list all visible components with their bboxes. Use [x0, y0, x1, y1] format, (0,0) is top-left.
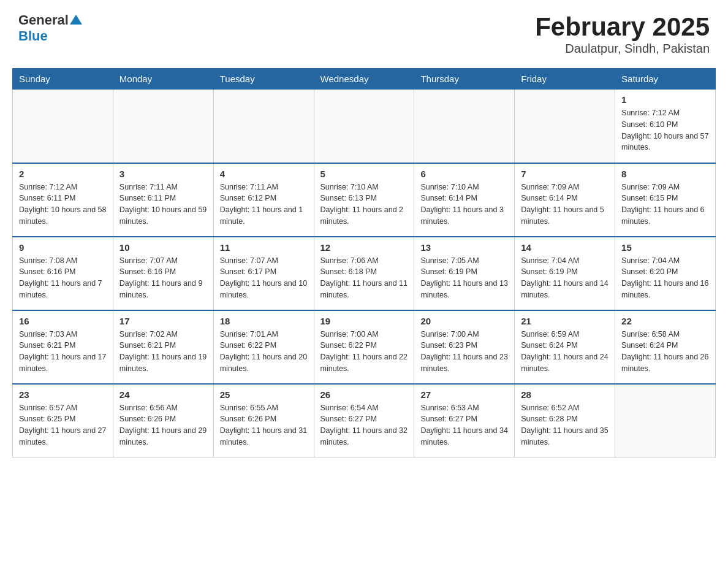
calendar-week-row: 23Sunrise: 6:57 AM Sunset: 6:25 PM Dayli…	[13, 384, 716, 458]
day-number: 5	[320, 169, 408, 179]
calendar-week-row: 9Sunrise: 7:08 AM Sunset: 6:16 PM Daylig…	[13, 237, 716, 310]
table-row: 26Sunrise: 6:54 AM Sunset: 6:27 PM Dayli…	[314, 384, 414, 458]
calendar-week-row: 2Sunrise: 7:12 AM Sunset: 6:11 PM Daylig…	[13, 163, 716, 237]
day-number: 13	[420, 242, 508, 253]
table-row: 13Sunrise: 7:05 AM Sunset: 6:19 PM Dayli…	[414, 237, 515, 310]
table-row	[113, 90, 213, 163]
table-row: 24Sunrise: 6:56 AM Sunset: 6:26 PM Dayli…	[113, 384, 213, 458]
day-info: Sunrise: 7:07 AM Sunset: 6:17 PM Dayligh…	[220, 255, 308, 301]
logo-blue-text: Blue	[18, 28, 48, 44]
day-info: Sunrise: 6:58 AM Sunset: 6:24 PM Dayligh…	[621, 329, 709, 375]
header-friday: Friday	[515, 69, 615, 90]
day-info: Sunrise: 7:00 AM Sunset: 6:23 PM Dayligh…	[420, 329, 508, 375]
day-info: Sunrise: 7:11 AM Sunset: 6:12 PM Dayligh…	[220, 182, 308, 228]
day-number: 19	[320, 316, 408, 326]
day-info: Sunrise: 7:09 AM Sunset: 6:14 PM Dayligh…	[521, 182, 609, 228]
calendar-table: Sunday Monday Tuesday Wednesday Thursday…	[12, 68, 716, 458]
table-row	[515, 90, 615, 163]
day-number: 21	[521, 316, 609, 326]
table-row: 22Sunrise: 6:58 AM Sunset: 6:24 PM Dayli…	[615, 310, 716, 384]
header-thursday: Thursday	[414, 69, 515, 90]
day-info: Sunrise: 6:53 AM Sunset: 6:27 PM Dayligh…	[420, 402, 508, 448]
day-info: Sunrise: 6:56 AM Sunset: 6:26 PM Dayligh…	[119, 402, 207, 448]
day-number: 15	[621, 242, 709, 253]
day-number: 7	[521, 169, 609, 179]
day-info: Sunrise: 7:10 AM Sunset: 6:13 PM Dayligh…	[320, 182, 408, 228]
title-area: February 2025 Daulatpur, Sindh, Pakistan	[535, 12, 710, 56]
day-info: Sunrise: 6:52 AM Sunset: 6:28 PM Dayligh…	[521, 402, 609, 448]
table-row: 14Sunrise: 7:04 AM Sunset: 6:19 PM Dayli…	[515, 237, 615, 310]
day-number: 28	[521, 389, 609, 400]
calendar-subtitle: Daulatpur, Sindh, Pakistan	[535, 42, 710, 56]
table-row: 17Sunrise: 7:02 AM Sunset: 6:21 PM Dayli…	[113, 310, 213, 384]
calendar-header-row: Sunday Monday Tuesday Wednesday Thursday…	[13, 69, 716, 90]
table-row	[414, 90, 515, 163]
day-number: 8	[621, 169, 709, 179]
table-row: 21Sunrise: 6:59 AM Sunset: 6:24 PM Dayli…	[515, 310, 615, 384]
header-sunday: Sunday	[13, 69, 113, 90]
page-header: General Blue February 2025 Daulatpur, Si…	[0, 0, 728, 62]
day-info: Sunrise: 7:03 AM Sunset: 6:21 PM Dayligh…	[19, 329, 107, 375]
day-number: 3	[119, 169, 207, 179]
day-number: 26	[320, 389, 408, 400]
table-row: 25Sunrise: 6:55 AM Sunset: 6:26 PM Dayli…	[213, 384, 314, 458]
table-row: 8Sunrise: 7:09 AM Sunset: 6:15 PM Daylig…	[615, 163, 716, 237]
day-number: 9	[19, 242, 107, 253]
day-number: 24	[119, 389, 207, 400]
logo-general-text: General	[18, 12, 69, 28]
day-info: Sunrise: 7:02 AM Sunset: 6:21 PM Dayligh…	[119, 329, 207, 375]
day-info: Sunrise: 7:00 AM Sunset: 6:22 PM Dayligh…	[320, 329, 408, 375]
day-info: Sunrise: 7:04 AM Sunset: 6:20 PM Dayligh…	[621, 255, 709, 301]
table-row: 10Sunrise: 7:07 AM Sunset: 6:16 PM Dayli…	[113, 237, 213, 310]
day-number: 12	[320, 242, 408, 253]
day-number: 14	[521, 242, 609, 253]
day-number: 25	[220, 389, 308, 400]
svg-marker-0	[70, 15, 82, 25]
day-info: Sunrise: 7:07 AM Sunset: 6:16 PM Dayligh…	[119, 255, 207, 301]
table-row: 20Sunrise: 7:00 AM Sunset: 6:23 PM Dayli…	[414, 310, 515, 384]
day-info: Sunrise: 6:59 AM Sunset: 6:24 PM Dayligh…	[521, 329, 609, 375]
day-info: Sunrise: 7:12 AM Sunset: 6:10 PM Dayligh…	[621, 107, 709, 153]
day-number: 1	[621, 94, 709, 105]
day-number: 17	[119, 316, 207, 326]
table-row: 23Sunrise: 6:57 AM Sunset: 6:25 PM Dayli…	[13, 384, 113, 458]
day-number: 23	[19, 389, 107, 400]
day-info: Sunrise: 6:54 AM Sunset: 6:27 PM Dayligh…	[320, 402, 408, 448]
table-row	[314, 90, 414, 163]
day-info: Sunrise: 7:11 AM Sunset: 6:11 PM Dayligh…	[119, 182, 207, 228]
day-number: 18	[220, 316, 308, 326]
table-row: 2Sunrise: 7:12 AM Sunset: 6:11 PM Daylig…	[13, 163, 113, 237]
header-tuesday: Tuesday	[213, 69, 314, 90]
table-row: 18Sunrise: 7:01 AM Sunset: 6:22 PM Dayli…	[213, 310, 314, 384]
logo: General Blue	[18, 12, 82, 44]
table-row: 3Sunrise: 7:11 AM Sunset: 6:11 PM Daylig…	[113, 163, 213, 237]
header-wednesday: Wednesday	[314, 69, 414, 90]
day-info: Sunrise: 6:55 AM Sunset: 6:26 PM Dayligh…	[220, 402, 308, 448]
day-info: Sunrise: 7:09 AM Sunset: 6:15 PM Dayligh…	[621, 182, 709, 228]
table-row: 9Sunrise: 7:08 AM Sunset: 6:16 PM Daylig…	[13, 237, 113, 310]
day-number: 4	[220, 169, 308, 179]
table-row: 28Sunrise: 6:52 AM Sunset: 6:28 PM Dayli…	[515, 384, 615, 458]
day-number: 6	[420, 169, 508, 179]
table-row: 4Sunrise: 7:11 AM Sunset: 6:12 PM Daylig…	[213, 163, 314, 237]
day-info: Sunrise: 7:06 AM Sunset: 6:18 PM Dayligh…	[320, 255, 408, 301]
table-row: 19Sunrise: 7:00 AM Sunset: 6:22 PM Dayli…	[314, 310, 414, 384]
table-row	[213, 90, 314, 163]
header-saturday: Saturday	[615, 69, 716, 90]
table-row: 7Sunrise: 7:09 AM Sunset: 6:14 PM Daylig…	[515, 163, 615, 237]
calendar-week-row: 16Sunrise: 7:03 AM Sunset: 6:21 PM Dayli…	[13, 310, 716, 384]
calendar-week-row: 1Sunrise: 7:12 AM Sunset: 6:10 PM Daylig…	[13, 90, 716, 163]
day-number: 20	[420, 316, 508, 326]
day-info: Sunrise: 7:01 AM Sunset: 6:22 PM Dayligh…	[220, 329, 308, 375]
table-row: 5Sunrise: 7:10 AM Sunset: 6:13 PM Daylig…	[314, 163, 414, 237]
day-number: 2	[19, 169, 107, 179]
table-row: 16Sunrise: 7:03 AM Sunset: 6:21 PM Dayli…	[13, 310, 113, 384]
table-row: 11Sunrise: 7:07 AM Sunset: 6:17 PM Dayli…	[213, 237, 314, 310]
logo-triangle-icon	[70, 13, 82, 25]
table-row: 12Sunrise: 7:06 AM Sunset: 6:18 PM Dayli…	[314, 237, 414, 310]
day-number: 16	[19, 316, 107, 326]
day-number: 22	[621, 316, 709, 326]
day-info: Sunrise: 6:57 AM Sunset: 6:25 PM Dayligh…	[19, 402, 107, 448]
day-number: 10	[119, 242, 207, 253]
day-number: 11	[220, 242, 308, 253]
